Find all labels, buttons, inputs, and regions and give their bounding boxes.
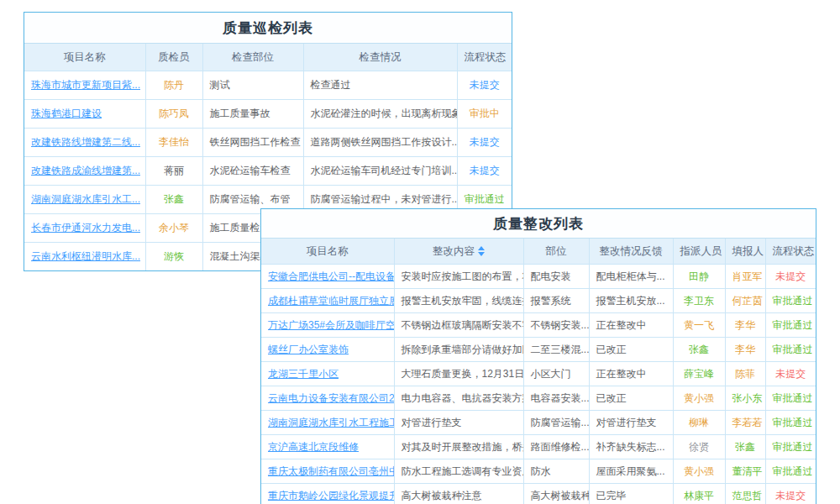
situation-cell: 检查通过	[303, 71, 457, 100]
project-link[interactable]: 改建铁路线增建第二线...	[31, 136, 140, 148]
content-cell: 拆除到承重墙部分请做好加固...	[394, 338, 523, 362]
table-row: 湖南洞庭湖水库引水工程施工1...对管进行垫支防腐管运输...对管进行垫支柳琳李…	[261, 411, 816, 435]
column-header-reporter: 填报人	[725, 239, 765, 265]
status-cell: 未提交	[765, 362, 816, 386]
assignee-cell: 黄一飞	[673, 313, 725, 338]
status-cell: 审批通过	[765, 313, 816, 338]
project-cell: 湖南洞庭湖水库引水工程施工1...	[261, 411, 394, 435]
column-header-status: 流程状态	[765, 239, 816, 265]
part-cell: 施工质量事故	[202, 100, 303, 129]
column-header-label: 项目名称	[307, 245, 349, 257]
project-cell: 成都杜甫草堂临时展厅独立展...	[261, 289, 394, 313]
table-row: 珠海鹤港口建设陈巧凤施工质量事故水泥砼灌注的时候，出现离析现象审批中	[24, 100, 512, 129]
project-link[interactable]: 云南电力设备安装有限公司20...	[268, 392, 394, 404]
column-header-label: 整改情况反馈	[600, 245, 663, 257]
part-cell: 报警系统	[523, 289, 589, 313]
assignee-cell: 徐贤	[673, 435, 725, 459]
column-header-part: 部位	[523, 239, 589, 265]
reporter-cell: 张小东	[725, 386, 765, 411]
status-cell: 审批通过	[765, 338, 816, 362]
content-cell: 高大树被栽种注意	[394, 484, 523, 504]
table-row: 重庆太极制药有限公司亳州中...防水工程施工选调有专业资质...防水屋面采用聚氨…	[261, 459, 816, 484]
project-link[interactable]: 云南水利枢纽潜明水库...	[31, 250, 140, 262]
project-link[interactable]: 长春市伊通河水力发电...	[31, 222, 140, 234]
page-background: 质量巡检列表 项目名称质检员检查部位检查情况流程状态 珠海市城市更新项目紫...…	[0, 0, 840, 504]
feedback-cell: 配电柜柜体与...	[589, 265, 673, 289]
column-header-feedback: 整改情况反馈	[589, 239, 673, 265]
reporter-cell: 董清平	[725, 459, 765, 484]
project-link[interactable]: 万达广场35#会所及咖啡厅空...	[268, 319, 394, 331]
feedback-cell: 报警主机安放...	[589, 289, 673, 313]
status-cell: 审批通过	[765, 459, 816, 484]
status-cell: 审批中	[457, 100, 512, 129]
table-row: 成都杜甫草堂临时展厅独立展...报警主机安放牢固，线缆连接...报警系统报警主机…	[261, 289, 816, 313]
table-row: 改建铁路线增建第二线...李佳怡铁丝网围挡工作检查道路两侧铁丝网围挡工作按设计.…	[24, 129, 512, 157]
table-row: 京沪高速北京段维修对其及时开展整改措施，桥头...路面维修检...补齐缺失标志.…	[261, 435, 816, 459]
assignee-cell: 黄小强	[673, 386, 725, 411]
content-cell: 安装时应按施工图的布置，将...	[394, 265, 523, 289]
sort-icon[interactable]	[478, 246, 485, 256]
status-cell: 审批通过	[765, 435, 816, 459]
reporter-cell: 范思哲	[725, 484, 765, 504]
inspector-cell: 陈巧凤	[145, 100, 202, 129]
table-row: 安徽合肥供电公司--配电设备...安装时应按施工图的布置，将...配电安装配电柜…	[261, 265, 816, 289]
part-cell: 测试	[202, 71, 303, 100]
column-header-label: 部位	[546, 245, 567, 257]
column-header-situation: 检查情况	[303, 44, 457, 71]
assignee-cell: 张鑫	[673, 338, 725, 362]
project-link[interactable]: 安徽合肥供电公司--配电设备...	[268, 270, 394, 282]
part-cell: 水泥砼运输车检查	[202, 157, 303, 186]
table-row: 龙湖三千里小区大理石质量更换，12月31日之...小区大门正在整改中薛宝峰陈菲未…	[261, 362, 816, 386]
status-cell: 未提交	[457, 129, 512, 157]
status-cell: 未提交	[457, 71, 512, 100]
project-link[interactable]: 龙湖三千里小区	[268, 368, 339, 380]
project-link[interactable]: 螺丝厂办公室装饰	[268, 344, 349, 355]
table-row: 改建铁路成渝线增建第...蒋丽水泥砼运输车检查水泥砼运输车司机经过专门培训...…	[24, 157, 512, 186]
rectification-header-row: 项目名称整改内容部位整改情况反馈指派人员填报人流程状态	[261, 239, 816, 265]
content-cell: 对其及时开展整改措施，桥头...	[394, 435, 523, 459]
reporter-cell: 陈菲	[725, 362, 765, 386]
project-link[interactable]: 重庆太极制药有限公司亳州中...	[268, 465, 394, 477]
feedback-cell: 已改正	[589, 338, 673, 362]
column-header-label: 填报人	[732, 245, 764, 257]
project-cell: 改建铁路线增建第二线...	[24, 129, 145, 157]
project-cell: 改建铁路成渝线增建第...	[24, 157, 145, 186]
project-link[interactable]: 成都杜甫草堂临时展厅独立展...	[268, 295, 394, 307]
feedback-cell: 正在整改中	[589, 362, 673, 386]
content-cell: 电力电容器、电抗器安装方案,...	[394, 386, 523, 411]
project-cell: 螺丝厂办公室装饰	[261, 338, 394, 362]
part-cell: 小区大门	[523, 362, 589, 386]
project-link[interactable]: 珠海市城市更新项目紫...	[31, 79, 140, 91]
content-cell: 大理石质量更换，12月31日之...	[394, 362, 523, 386]
inspection-header-row: 项目名称质检员检查部位检查情况流程状态	[24, 44, 512, 71]
status-cell: 审批通过	[765, 386, 816, 411]
reporter-cell: 李华	[725, 338, 765, 362]
reporter-cell: 李若若	[725, 411, 765, 435]
project-cell: 云南电力设备安装有限公司20...	[261, 386, 394, 411]
column-header-label: 检查情况	[360, 51, 402, 63]
feedback-cell: 屋面采用聚氨...	[589, 459, 673, 484]
status-cell: 审批通过	[765, 411, 816, 435]
inspection-list-title: 质量巡检列表	[24, 13, 512, 44]
project-cell: 珠海市城市更新项目紫...	[24, 71, 145, 100]
inspector-cell: 张鑫	[145, 186, 202, 214]
project-cell: 湖南洞庭湖水库引水工...	[24, 186, 145, 214]
reporter-cell: 李华	[725, 313, 765, 338]
content-cell: 防水工程施工选调有专业资质...	[394, 459, 523, 484]
project-link[interactable]: 京沪高速北京段维修	[268, 441, 359, 453]
column-header-label: 质检员	[158, 51, 190, 63]
feedback-cell: 正在整改中	[589, 313, 673, 338]
project-link[interactable]: 改建铁路成渝线增建第...	[31, 165, 140, 176]
part-cell: 二至三楼混...	[523, 338, 589, 362]
part-cell: 高大树被栽种	[523, 484, 589, 504]
status-cell: 未提交	[457, 157, 512, 186]
inspector-cell: 游恢	[145, 243, 202, 271]
project-link[interactable]: 重庆市鹅岭公园绿化景观提升...	[268, 490, 394, 501]
column-header-content[interactable]: 整改内容	[394, 239, 523, 265]
project-link[interactable]: 湖南洞庭湖水库引水工程施工1...	[268, 417, 394, 428]
reporter-cell: 肖亚军	[725, 265, 765, 289]
project-link[interactable]: 湖南洞庭湖水库引水工...	[31, 193, 140, 205]
situation-cell: 水泥砼运输车司机经过专门培训...	[303, 157, 457, 186]
project-link[interactable]: 珠海鹤港口建设	[31, 108, 102, 119]
status-cell: 未提交	[765, 265, 816, 289]
